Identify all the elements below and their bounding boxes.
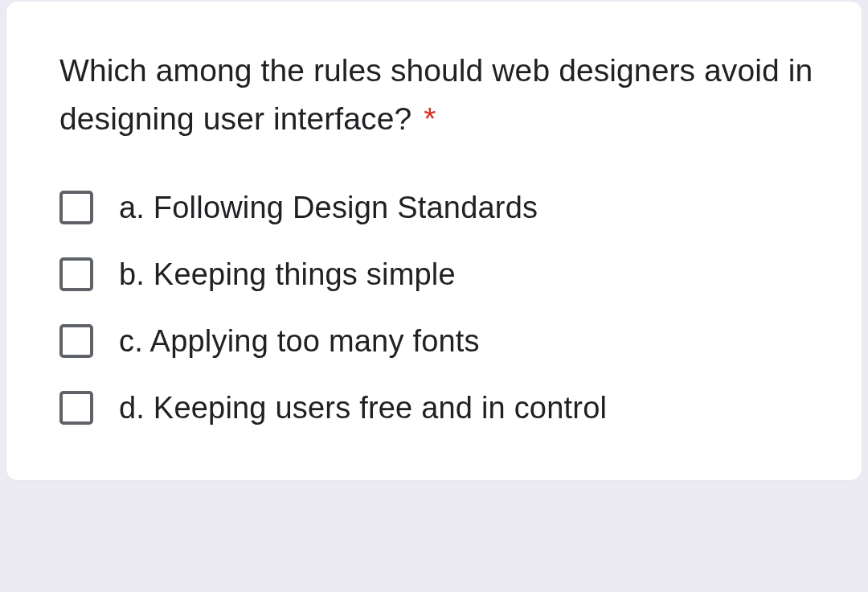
question-label: Which among the rules should web designe…: [59, 53, 813, 136]
option-label-b: b. Keeping things simple: [119, 257, 456, 292]
option-label-c: c. Applying too many fonts: [119, 324, 480, 359]
option-label-d: d. Keeping users free and in control: [119, 391, 607, 426]
options-list: a. Following Design Standards b. Keeping…: [59, 191, 817, 426]
question-text: Which among the rules should web designe…: [59, 47, 817, 144]
question-card: Which among the rules should web designe…: [6, 2, 862, 480]
checkbox-d[interactable]: [59, 391, 93, 425]
option-c[interactable]: c. Applying too many fonts: [59, 324, 817, 359]
option-d[interactable]: d. Keeping users free and in control: [59, 391, 817, 426]
checkbox-b[interactable]: [59, 257, 93, 291]
checkbox-a[interactable]: [59, 191, 93, 224]
option-b[interactable]: b. Keeping things simple: [59, 257, 817, 292]
option-label-a: a. Following Design Standards: [119, 191, 538, 225]
checkbox-c[interactable]: [59, 324, 93, 358]
required-marker: *: [424, 101, 436, 136]
option-a[interactable]: a. Following Design Standards: [59, 191, 817, 225]
